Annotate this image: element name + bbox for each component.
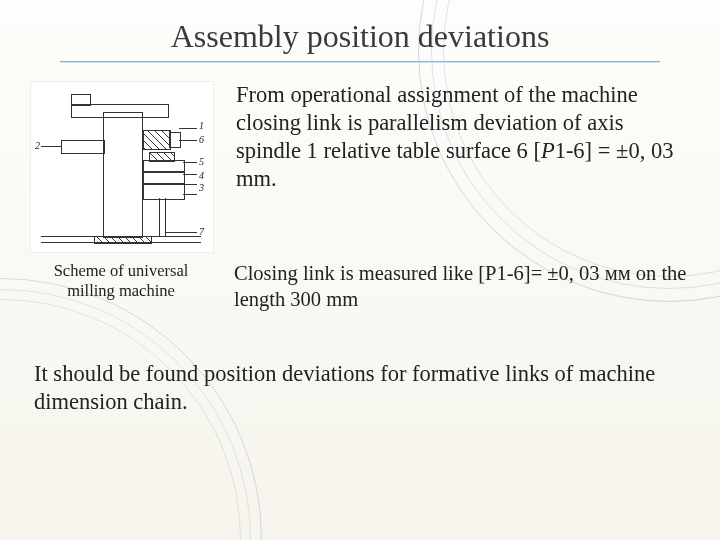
milling-machine-diagram: 1 6 5 4 3 7 2 — [30, 81, 214, 253]
diagram-label-1: 1 — [199, 120, 204, 131]
paragraph-operational-assignment: From operational assignment of the machi… — [236, 81, 694, 194]
diagram-caption: Scheme of universal milling machine — [30, 261, 212, 301]
diagram-label-4: 4 — [199, 170, 204, 181]
page-title: Assembly position deviations — [0, 0, 720, 55]
diagram-label-2: 2 — [35, 140, 40, 151]
row-middle: Scheme of universal milling machine Clos… — [0, 261, 720, 312]
diagram-label-3: 3 — [199, 182, 204, 193]
diagram-label-5: 5 — [199, 156, 204, 167]
diagram-label-7: 7 — [199, 226, 204, 237]
row-top: 1 6 5 4 3 7 2 From operational assignmen… — [0, 81, 720, 253]
title-underline — [60, 61, 660, 63]
caption-line-1: Scheme of universal — [54, 261, 189, 280]
paragraph-conclusion: It should be found position deviations f… — [0, 360, 720, 416]
paragraph-closing-link: Closing link is measured like [P1-6]= ±0… — [234, 261, 694, 312]
para1-italic-p: P — [541, 138, 555, 163]
diagram-label-6: 6 — [199, 134, 204, 145]
caption-line-2: milling machine — [67, 281, 175, 300]
slide: Assembly position deviations — [0, 0, 720, 540]
